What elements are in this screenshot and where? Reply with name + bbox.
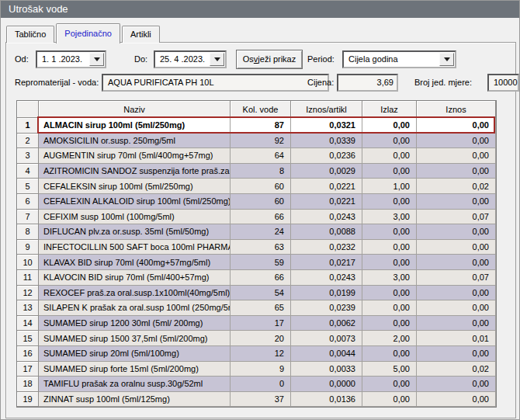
cell-izlaz[interactable]: 0,00 [362, 377, 417, 392]
cell-iznos-artikl[interactable]: 0,0339 [291, 134, 362, 149]
cell-iznos-artikl[interactable]: 0,0044 [291, 346, 362, 362]
cell-kol-vode[interactable]: 54 [231, 286, 291, 301]
cell-iznos[interactable]: 0,00 [417, 134, 496, 149]
cell-iznos-artikl[interactable]: 0,0199 [291, 286, 362, 301]
cell-iznos[interactable]: 0,00 [417, 300, 496, 316]
cell-kol-vode[interactable]: 66 [231, 210, 291, 225]
cell-naziv[interactable]: AUGMENTIN sirup 70ml (5ml/400mg+57mg) [39, 148, 231, 164]
chevron-down-icon[interactable] [89, 53, 104, 66]
table-row[interactable]: 9INFECTOCILLIN 500 SAFT boca 100ml PHARM… [17, 240, 496, 255]
cell-iznos-artikl[interactable]: 0,0232 [291, 240, 362, 255]
cell-naziv[interactable]: SUMAMED sirup 1200 30ml (5ml/ 200mg) [39, 316, 231, 331]
cell-iznos[interactable]: 0,01 [417, 331, 496, 346]
table-row[interactable]: 5CEFALEKSIN sirup 100ml (5ml/250mg)600,0… [17, 179, 496, 194]
cell-iznos[interactable]: 0,00 [417, 164, 496, 179]
cell-izlaz[interactable]: 0,00 [362, 118, 417, 134]
cell-izlaz[interactable]: 2,00 [362, 331, 417, 346]
cell-naziv[interactable]: AMOKSICILIN or.susp. 250mg/5ml [39, 134, 231, 149]
cell-kol-vode[interactable]: 59 [231, 255, 291, 270]
table-row[interactable]: 3AUGMENTIN sirup 70ml (5ml/400mg+57mg)64… [17, 148, 496, 164]
cell-izlaz[interactable]: 0,00 [362, 346, 417, 362]
price-input[interactable]: 3,69 [337, 74, 398, 92]
cell-iznos-artikl[interactable]: 0,0221 [291, 179, 362, 194]
tab-artikli[interactable]: Artikli [122, 26, 160, 43]
cell-izlaz[interactable]: 0,00 [362, 286, 417, 301]
chevron-down-icon[interactable] [439, 53, 454, 66]
table-row[interactable]: 7CEFIXIM susp 100ml (100mg/5ml)660,02433… [17, 210, 496, 225]
cell-kol-vode[interactable]: 8 [231, 164, 291, 179]
cell-iznos[interactable]: 0,00 [417, 392, 496, 408]
cell-iznos[interactable]: 0,00 [417, 346, 496, 362]
cell-iznos[interactable]: 0,00 [417, 240, 496, 255]
cell-row-number[interactable]: 10 [17, 255, 39, 270]
cell-iznos[interactable]: 0,00 [417, 224, 496, 240]
cell-iznos[interactable]: 0,02 [417, 362, 496, 377]
window-titlebar[interactable]: Utrošak vode [1, 1, 519, 18]
cell-row-number[interactable]: 7 [17, 210, 39, 225]
cell-kol-vode[interactable]: 12 [231, 346, 291, 362]
cell-naziv[interactable]: KLAVOCIN BID sirup 70ml (5ml/400+57mg) [39, 270, 231, 286]
table-row[interactable]: 13SILAPEN K prašak za oral.susp 100ml (2… [17, 300, 496, 316]
table-row[interactable]: 6CEFALEXIN ALKALOID sirup 100ml (5ml/250… [17, 194, 496, 210]
cell-naziv[interactable]: REXOCEF praš.za oral.susp.1x100ml(40mg/5… [39, 286, 231, 301]
cell-izlaz[interactable]: 3,00 [362, 210, 417, 225]
cell-kol-vode[interactable]: 20 [231, 331, 291, 346]
cell-row-number[interactable]: 15 [17, 331, 39, 346]
column-header[interactable]: Naziv [39, 101, 231, 118]
material-input[interactable]: AQUA PURIFICATA PH 10L [102, 74, 329, 92]
cell-iznos[interactable]: 0,00 [417, 316, 496, 331]
cell-izlaz[interactable]: 1,00 [362, 179, 417, 194]
cell-kol-vode[interactable]: 24 [231, 224, 291, 240]
cell-naziv[interactable]: ZINNAT susp 100ml (5ml/125mg) [39, 392, 231, 408]
cell-iznos[interactable]: 0,02 [417, 179, 496, 194]
cell-izlaz[interactable]: 0,00 [362, 316, 417, 331]
cell-row-number[interactable]: 11 [17, 270, 39, 286]
cell-kol-vode[interactable]: 66 [231, 270, 291, 286]
cell-iznos[interactable]: 0,07 [417, 210, 496, 225]
cell-row-number[interactable]: 8 [17, 224, 39, 240]
units-input[interactable]: 10000 [487, 74, 519, 92]
column-header[interactable]: Izlaz [362, 101, 417, 118]
column-header[interactable]: Iznos [417, 101, 496, 118]
cell-iznos-artikl[interactable]: 0,0321 [291, 118, 362, 134]
cell-izlaz[interactable]: 5,00 [362, 362, 417, 377]
cell-naziv[interactable]: KLAVAX BID sirup 70ml (400mg+57mg/5ml) [39, 255, 231, 270]
cell-iznos[interactable]: 0,00 [417, 377, 496, 392]
table-row[interactable]: 12REXOCEF praš.za oral.susp.1x100ml(40mg… [17, 286, 496, 301]
cell-naziv[interactable]: TAMIFLU prašak za oralnu susp.30g/52ml [39, 377, 231, 392]
cell-naziv[interactable]: SUMAMED sirup 20ml (5ml/100mg) [39, 346, 231, 362]
cell-kol-vode[interactable]: 87 [231, 118, 291, 134]
cell-row-number[interactable]: 16 [17, 346, 39, 362]
table-row[interactable]: 14SUMAMED sirup 1200 30ml (5ml/ 200mg)17… [17, 316, 496, 331]
cell-kol-vode[interactable]: 64 [231, 148, 291, 164]
od-date-combobox[interactable]: 1. 1 .2023. [36, 50, 106, 68]
cell-kol-vode[interactable]: 92 [231, 134, 291, 149]
table-row[interactable]: 2AMOKSICILIN or.susp. 250mg/5ml920,03390… [17, 134, 496, 149]
cell-kol-vode[interactable]: 60 [231, 194, 291, 210]
cell-row-number[interactable]: 2 [17, 134, 39, 149]
cell-naziv[interactable]: AZITROMICIN SANDOZ suspenzija forte praš… [39, 164, 231, 179]
chevron-down-icon[interactable] [210, 53, 224, 66]
cell-row-number[interactable]: 3 [17, 148, 39, 164]
table-row[interactable]: 11KLAVOCIN BID sirup 70ml (5ml/400+57mg)… [17, 270, 496, 286]
cell-naziv[interactable]: SUMAMED sirup 1500 37,5ml (5ml/200mg) [39, 331, 231, 346]
cell-izlaz[interactable]: 0,00 [362, 255, 417, 270]
cell-row-number[interactable]: 18 [17, 377, 39, 392]
cell-iznos-artikl[interactable]: 0,0221 [291, 194, 362, 210]
cell-naziv[interactable]: DIFLUCAN plv.za or.susp. 35ml (5ml/50mg) [39, 224, 231, 240]
cell-izlaz[interactable]: 0,00 [362, 164, 417, 179]
table-row[interactable]: 17SUMAMED sirup forte 15ml (5ml/200mg)90… [17, 362, 496, 377]
table-row[interactable]: 1ALMACIN sirup 100ml (5ml/250mg)870,0321… [17, 118, 496, 134]
cell-row-number[interactable]: 12 [17, 286, 39, 301]
cell-iznos-artikl[interactable]: 0,0033 [291, 362, 362, 377]
table-row[interactable]: 15SUMAMED sirup 1500 37,5ml (5ml/200mg)2… [17, 331, 496, 346]
cell-iznos-artikl[interactable]: 0,0000 [291, 377, 362, 392]
cell-row-number[interactable]: 9 [17, 240, 39, 255]
cell-izlaz[interactable]: 0,00 [362, 392, 417, 408]
cell-naziv[interactable]: CEFIXIM susp 100ml (100mg/5ml) [39, 210, 231, 225]
cell-iznos-artikl[interactable]: 0,0029 [291, 164, 362, 179]
table-row[interactable]: 8DIFLUCAN plv.za or.susp. 35ml (5ml/50mg… [17, 224, 496, 240]
cell-iznos-artikl[interactable]: 0,0088 [291, 224, 362, 240]
cell-izlaz[interactable]: 0,00 [362, 148, 417, 164]
cell-row-number[interactable]: 6 [17, 194, 39, 210]
